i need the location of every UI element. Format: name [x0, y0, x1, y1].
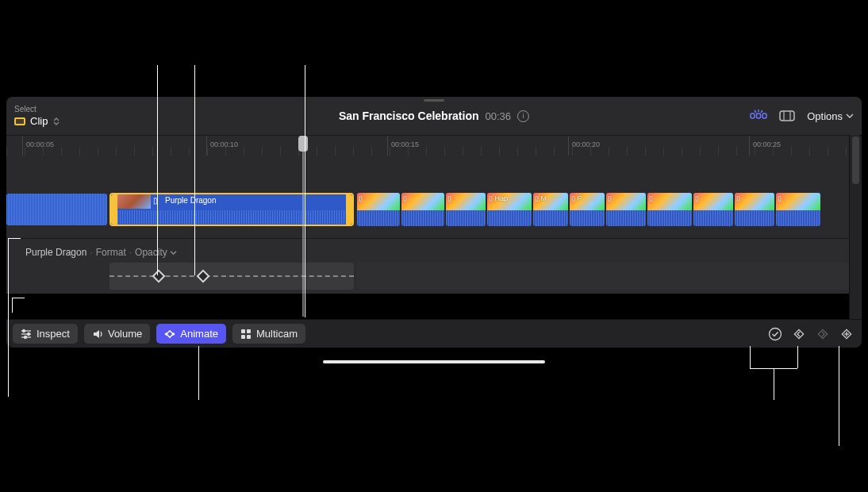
waveform-icon: [735, 210, 774, 226]
timeline-clip[interactable]: ▯: [357, 193, 400, 226]
camera-icon: ▯: [695, 194, 699, 202]
multicam-button[interactable]: Multicam: [232, 324, 305, 344]
callout-line: [12, 298, 13, 313]
playhead[interactable]: [298, 136, 308, 152]
ruler-tick-label: 00:00:25: [753, 140, 781, 148]
magnetic-icon[interactable]: [750, 109, 767, 123]
time-ruler[interactable]: 00:00:0500:00:1000:00:1500:00:2000:00:25: [6, 135, 849, 156]
timeline-clip[interactable]: ▯: [606, 193, 646, 226]
waveform-icon: [487, 210, 532, 226]
volume-button[interactable]: Volume: [84, 324, 150, 344]
clip-type-dropdown[interactable]: Clip: [14, 115, 60, 127]
ruler-tick-label: 00:00:15: [391, 140, 419, 148]
scrollbar-thumb[interactable]: [852, 136, 859, 184]
clip-thumbnail: [357, 193, 400, 210]
clip-type-label: Clip: [30, 115, 48, 127]
project-title: San Francisco Celebration: [339, 110, 479, 122]
clip-thumbnail: [446, 193, 486, 210]
keyframe-value-line: [109, 275, 354, 277]
svg-rect-6: [780, 111, 794, 121]
waveform-icon: [446, 210, 486, 226]
ruler-major-tick: 00:00:25: [749, 136, 750, 156]
waveform-icon: [533, 210, 568, 226]
callout-line: [8, 238, 21, 239]
clip-thumbnail: [606, 193, 646, 210]
ruler-tick-label: 00:00:05: [26, 140, 54, 148]
clip-label: ▯ Hap: [489, 194, 508, 202]
timeline-clip[interactable]: ▯: [401, 193, 444, 226]
kf-param-label: Opacity: [135, 247, 167, 258]
options-dropdown[interactable]: Options: [807, 110, 854, 122]
timeline-clip[interactable]: ▯: [647, 193, 692, 226]
kf-clip-name: Purple Dragon: [25, 247, 86, 258]
timeline-clip[interactable]: ▯ M: [533, 193, 568, 226]
timeline-clip[interactable]: ▯: [776, 193, 820, 226]
selected-clip-label: Purple Dragon: [165, 196, 216, 205]
svg-rect-21: [247, 335, 251, 339]
prev-keyframe-button[interactable]: [790, 325, 808, 343]
clip-thumbnail: [647, 193, 692, 210]
keyframe-track[interactable]: [109, 263, 354, 290]
separator-icon: ·: [90, 247, 92, 258]
clip-label: ▯ P: [571, 194, 582, 202]
kf-format-link[interactable]: Format: [96, 247, 126, 258]
trim-handle-right[interactable]: [346, 194, 352, 225]
camera-icon: ▯: [608, 194, 612, 202]
keyframe-diamond[interactable]: [152, 270, 166, 283]
ruler-tick-label: 00:00:10: [210, 140, 238, 148]
add-keyframe-button[interactable]: [838, 325, 855, 343]
callout-line: [8, 238, 9, 397]
timeline-clip[interactable]: ▯: [446, 193, 486, 226]
ruler-major-tick: 00:00:05: [22, 136, 23, 156]
timeline-clip[interactable]: ▯: [735, 193, 774, 226]
speaker-icon: [92, 329, 103, 340]
waveform-icon: [776, 210, 820, 226]
svg-point-22: [770, 328, 782, 340]
clip-thumbnail: [401, 193, 444, 210]
home-indicator: [323, 360, 545, 363]
next-keyframe-button[interactable]: [814, 325, 832, 343]
svg-rect-2: [762, 113, 766, 118]
camera-icon: ▯: [403, 194, 407, 202]
following-clips: ▯▯▯▯ Hap▯ M▯ P▯▯▯▯▯: [357, 193, 849, 226]
camera-icon: ▯: [649, 194, 653, 202]
svg-rect-23: [794, 329, 803, 338]
timeline-clip[interactable]: ▯ P: [570, 193, 605, 226]
clip-thumbnail: [735, 193, 774, 210]
selected-clip[interactable]: ▯ Purple Dragon: [109, 193, 354, 226]
clip-icon: [14, 117, 25, 125]
callout-line: [797, 346, 798, 368]
keyframe-diamond[interactable]: [197, 270, 210, 283]
timeline-track-area: ▯ Purple Dragon ▯▯▯▯ Hap▯ M▯ P▯▯▯▯▯: [6, 156, 849, 238]
drag-handle-icon[interactable]: [424, 99, 444, 102]
timeline-clip[interactable]: ▯ Hap: [487, 193, 532, 226]
svg-point-13: [28, 332, 30, 335]
camera-icon: ▯: [359, 194, 363, 202]
sliders-icon: [21, 329, 32, 340]
options-label: Options: [807, 110, 843, 122]
storyboard-icon[interactable]: [778, 109, 796, 123]
svg-line-5: [761, 110, 762, 113]
info-icon[interactable]: i: [517, 110, 529, 122]
keyframe-breadcrumb[interactable]: Purple Dragon · Format · Opacity: [25, 247, 177, 258]
volume-label: Volume: [108, 328, 142, 340]
inspect-button[interactable]: Inspect: [13, 324, 78, 344]
callout-line: [750, 346, 751, 368]
timeline-clip[interactable]: ▯: [693, 193, 733, 226]
callout-line: [157, 65, 158, 275]
waveform-icon: [606, 210, 646, 226]
vertical-scrollbar[interactable]: [849, 135, 862, 321]
waveform-icon: [357, 210, 400, 226]
svg-rect-19: [247, 329, 251, 333]
kf-param-dropdown[interactable]: Opacity: [135, 247, 177, 258]
timeline-header: Select Clip San Francisco Celebration 00…: [6, 97, 862, 135]
keyframe-icon: [164, 329, 175, 340]
trim-handle-left[interactable]: [111, 194, 117, 225]
animate-button[interactable]: Animate: [156, 324, 226, 344]
callout-line: [774, 368, 774, 400]
callout-line: [198, 346, 199, 400]
leading-clip[interactable]: [6, 194, 107, 225]
ruler-major-tick: 00:00:20: [568, 136, 569, 156]
checkmark-circle-icon[interactable]: [766, 325, 784, 343]
select-label: Select: [14, 105, 60, 113]
